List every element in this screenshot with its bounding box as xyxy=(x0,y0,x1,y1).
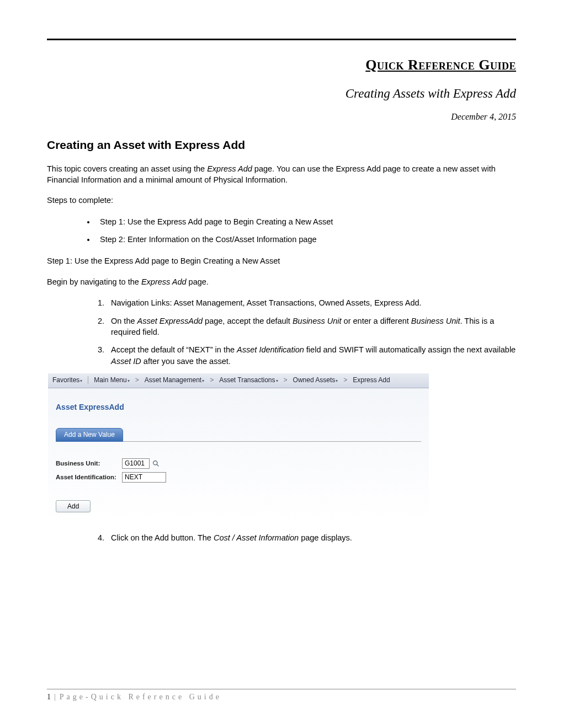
breadcrumb-owned-assets[interactable]: Owned Assets▾ xyxy=(293,376,338,384)
list-item: Accept the default of “NEXT” in the Asse… xyxy=(107,344,516,367)
chevron-down-icon: ▾ xyxy=(128,378,130,383)
footer-label: Page-Quick Reference Guide xyxy=(60,693,222,701)
breadcrumb-sep: > xyxy=(284,376,288,384)
breadcrumb-main-menu[interactable]: Main Menu▾ xyxy=(94,376,129,384)
chevron-down-icon: ▾ xyxy=(80,378,82,383)
page-footer: 1|Page-Quick Reference Guide xyxy=(47,689,516,702)
step1-intro-em: Express Add xyxy=(141,277,187,286)
doc-date: December 4, 2015 xyxy=(47,112,516,122)
intro-paragraph: This topic covers creating an asset usin… xyxy=(47,164,516,185)
add-button[interactable]: Add xyxy=(56,500,91,512)
steps-bullet-list: Step 1: Use the Express Add page to Begi… xyxy=(47,216,516,245)
step1-intro-after: page. xyxy=(187,277,209,286)
chevron-down-icon: ▾ xyxy=(202,378,204,383)
list-item: Navigation Links: Asset Management, Asse… xyxy=(107,297,516,308)
breadcrumb-sep: > xyxy=(135,376,139,384)
bullet-item: Step 1: Use the Express Add page to Begi… xyxy=(95,216,516,227)
chevron-down-icon: ▾ xyxy=(336,378,338,383)
intro-text-before: This topic covers creating an asset usin… xyxy=(47,164,207,173)
chevron-down-icon: ▾ xyxy=(276,378,278,383)
breadcrumb-asset-trans[interactable]: Asset Transactions▾ xyxy=(219,376,278,384)
breadcrumb: Favorites▾ Main Menu▾ > Asset Management… xyxy=(48,373,429,388)
list-item: Click on the Add button. The Cost / Asse… xyxy=(107,532,516,543)
tab-add-new-value[interactable]: Add a New Value xyxy=(56,428,123,442)
doc-subtitle: Creating Assets with Express Add xyxy=(47,87,516,101)
list-item: On the Asset ExpressAdd page, accept the… xyxy=(107,315,516,338)
step1-heading: Step 1: Use the Express Add page to Begi… xyxy=(47,256,516,267)
app-page-title: Asset ExpressAdd xyxy=(56,403,421,411)
tab-row: Add a New Value xyxy=(56,428,421,442)
asset-identification-input[interactable] xyxy=(122,472,166,483)
breadcrumb-sep: > xyxy=(210,376,214,384)
step1-intro: Begin by navigating to the Express Add p… xyxy=(47,277,516,288)
asset-identification-label: Asset Identification: xyxy=(56,474,122,480)
footer-pipe: | xyxy=(54,693,59,701)
business-unit-input[interactable] xyxy=(122,458,150,469)
svg-point-0 xyxy=(153,461,157,465)
svg-line-1 xyxy=(157,464,158,466)
breadcrumb-asset-mgmt[interactable]: Asset Management▾ xyxy=(145,376,204,384)
doc-title: Quick Reference Guide xyxy=(47,57,516,73)
step1-intro-before: Begin by navigating to the xyxy=(47,277,141,286)
numbered-list-continue: Click on the Add button. The Cost / Asse… xyxy=(47,532,516,543)
breadcrumb-express-add[interactable]: Express Add xyxy=(353,376,390,384)
numbered-list-top: Navigation Links: Asset Management, Asse… xyxy=(47,297,516,366)
steps-label: Steps to complete: xyxy=(47,195,516,206)
lookup-icon[interactable] xyxy=(152,459,160,468)
section-heading: Creating an Asset with Express Add xyxy=(47,138,516,152)
footer-rule xyxy=(47,689,516,689)
bullet-item: Step 2: Enter Information on the Cost/As… xyxy=(95,234,516,245)
business-unit-label: Business Unit: xyxy=(56,460,122,467)
footer-page-number: 1 xyxy=(47,693,52,701)
app-screenshot: Favorites▾ Main Menu▾ > Asset Management… xyxy=(48,373,429,522)
breadcrumb-sep: > xyxy=(343,376,347,384)
intro-em: Express Add xyxy=(207,164,252,173)
top-rule xyxy=(47,39,516,40)
breadcrumb-favorites[interactable]: Favorites▾ xyxy=(52,376,88,384)
